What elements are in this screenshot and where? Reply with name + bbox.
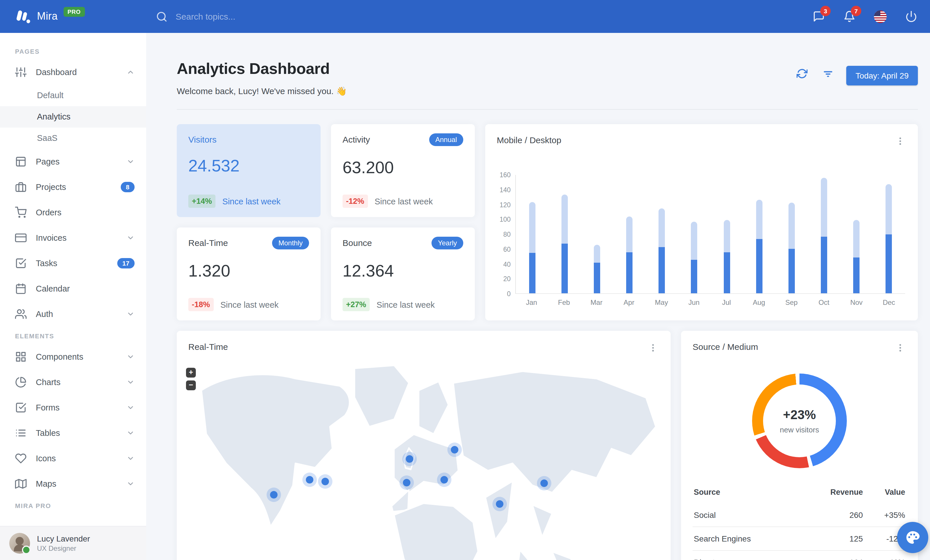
refresh-button[interactable]	[794, 66, 810, 81]
xaxis-label-may: May	[653, 298, 670, 307]
delta-chip: +14%	[188, 195, 216, 208]
notifications-count-badge: 7	[851, 6, 861, 16]
chevron-down-icon	[126, 454, 135, 462]
check-square-icon	[15, 402, 26, 413]
map-marker-8	[496, 500, 503, 508]
stat-label: Visitors	[188, 135, 217, 144]
chevron-down-icon	[126, 158, 135, 166]
notifications-button[interactable]: 7	[843, 11, 856, 23]
user-role: UX Designer	[37, 545, 90, 552]
stat-note: Since last week	[220, 300, 279, 309]
realtime-map-card: Real-Time	[177, 331, 671, 560]
messages-count-badge: 3	[820, 6, 831, 16]
map-menu-kebab-icon[interactable]	[647, 342, 659, 354]
delta-chip: -12%	[343, 195, 368, 208]
check-square-icon	[15, 258, 26, 269]
theme-settings-fab[interactable]	[897, 522, 928, 553]
sidebar-section-mira-pro: MIRA PRO	[0, 497, 146, 514]
table-row-search-engines: Search Engines125-12%	[693, 527, 906, 551]
source-table-body: Social260+35%Search Engines125-12%Direct…	[693, 503, 906, 560]
app-root: Mira PRO 3 7 PAGESDashboardDefaul	[0, 0, 930, 560]
sidebar-item-dashboard[interactable]: Dashboard	[0, 60, 146, 85]
bar-mar	[594, 245, 600, 293]
delta-chip: +27%	[343, 298, 370, 311]
sidebar-item-auth[interactable]: Auth	[0, 301, 146, 327]
bar-chart-yaxis: 020406080100120140160	[496, 175, 515, 294]
xaxis-label-oct: Oct	[815, 298, 833, 307]
sliders-icon	[15, 66, 26, 78]
source-medium-title: Source / Medium	[693, 342, 758, 351]
sidebar-item-maps[interactable]: Maps	[0, 471, 146, 497]
stat-label: Activity	[343, 135, 370, 144]
credit-card-icon	[15, 232, 26, 244]
xaxis-label-jan: Jan	[523, 298, 540, 307]
chart-menu-kebab-icon[interactable]	[894, 135, 906, 147]
map-marker-4	[405, 455, 413, 463]
brand[interactable]: Mira PRO	[0, 9, 85, 24]
chevron-down-icon	[126, 404, 135, 412]
header-divider	[177, 109, 918, 110]
stats-grid: Visitors24.532+14%Since last weekActivit…	[177, 124, 475, 321]
sidebar-item-default[interactable]: Default	[0, 85, 146, 106]
stat-value: 24.532	[188, 156, 309, 175]
users-icon	[15, 308, 26, 320]
sign-out-power-button[interactable]	[905, 11, 917, 23]
chevron-up-icon	[126, 68, 135, 76]
map-marker-3	[321, 478, 329, 486]
bar-jan	[529, 202, 535, 293]
map-marker-6	[441, 476, 448, 483]
chevron-down-icon	[126, 378, 135, 386]
map-zoom-out-button[interactable]: −	[186, 380, 196, 390]
sidebar-item-tables[interactable]: Tables	[0, 420, 146, 446]
sidebar-item-orders[interactable]: Orders	[0, 200, 146, 225]
layout-icon	[15, 156, 26, 167]
stat-note: Since last week	[377, 300, 435, 309]
filter-button[interactable]	[820, 66, 836, 81]
pie-chart-icon	[15, 376, 26, 388]
sidebar-item-projects[interactable]: Projects8	[0, 174, 146, 200]
stat-value: 12.364	[343, 262, 463, 281]
sidebar-item-components[interactable]: Components	[0, 344, 146, 370]
sidebar-item-pages[interactable]: Pages	[0, 149, 146, 174]
search-input[interactable]	[174, 11, 304, 22]
pro-badge: PRO	[63, 7, 85, 17]
xaxis-label-feb: Feb	[556, 298, 573, 307]
bar-dec	[886, 184, 892, 293]
sidebar-user[interactable]: Lucy Lavender UX Designer	[0, 526, 146, 560]
briefcase-icon	[15, 181, 26, 193]
stat-note: Since last week	[222, 196, 281, 206]
sidebar-item-tasks[interactable]: Tasks17	[0, 250, 146, 276]
sidebar-item-forms[interactable]: Forms	[0, 395, 146, 420]
xaxis-label-sep: Sep	[783, 298, 800, 307]
xaxis-label-jun: Jun	[685, 298, 703, 307]
messages-button[interactable]: 3	[813, 11, 825, 23]
sidebar-item-saas[interactable]: SaaS	[0, 127, 146, 149]
chevron-down-icon	[126, 234, 135, 242]
sidebar-item-charts[interactable]: Charts	[0, 370, 146, 395]
bar-chart: 020406080100120140160	[496, 175, 905, 294]
map-zoom-controls: + −	[186, 368, 196, 390]
map-zoom-in-button[interactable]: +	[186, 368, 196, 377]
sidebar-item-analytics[interactable]: Analytics	[0, 106, 146, 127]
donut-chart: +23% new visitors	[752, 374, 847, 468]
bar-may	[659, 209, 665, 293]
sidebar: PAGESDashboardDefaultAnalyticsSaaSPagesP…	[0, 33, 146, 560]
sidebar-item-calendar[interactable]: Calendar	[0, 276, 146, 301]
sidebar-item-invoices[interactable]: Invoices	[0, 225, 146, 250]
chart-title: Mobile / Desktop	[497, 135, 561, 145]
today-date-button[interactable]: Today: April 29	[846, 66, 918, 86]
period-badge: Monthly	[272, 237, 309, 249]
map-marker-2	[306, 476, 313, 483]
language-flag-button[interactable]	[874, 10, 887, 23]
chevron-down-icon	[126, 310, 135, 318]
page-title: Analytics Dashboard	[177, 60, 347, 78]
donut-center-label: +23% new visitors	[752, 374, 847, 468]
badge-tasks: 17	[117, 258, 135, 268]
source-menu-kebab-icon[interactable]	[894, 342, 906, 354]
main-content: Analytics Dashboard Welcome back, Lucy! …	[146, 33, 930, 560]
sidebar-item-icons[interactable]: Icons	[0, 446, 146, 471]
stat-note: Since last week	[374, 196, 433, 206]
map-marker-1	[270, 491, 278, 498]
grid-icon	[15, 351, 26, 362]
source-table: Source Revenue Value Social260+35%Search…	[693, 483, 906, 560]
